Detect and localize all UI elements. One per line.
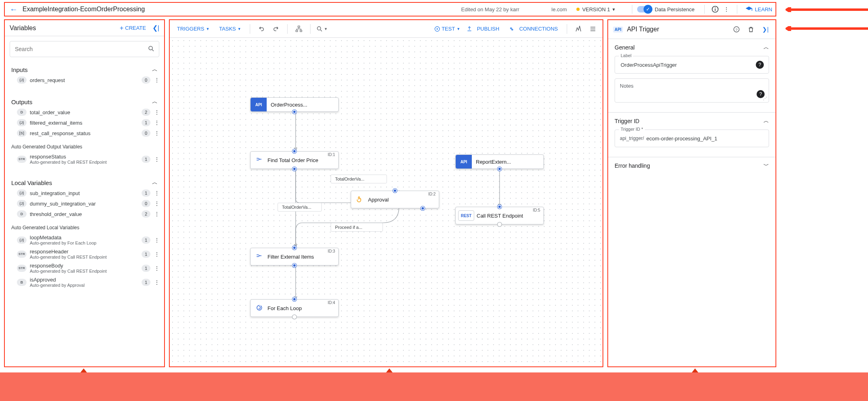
edge-label[interactable]: Proceed if a... <box>331 223 383 232</box>
variable-row[interactable]: STRresponseStatusAuto-generated by Call … <box>5 152 164 166</box>
port-icon[interactable] <box>498 205 502 209</box>
help-icon[interactable]: ? <box>756 61 764 69</box>
inputs-section-header[interactable]: Inputs︿ <box>5 62 164 75</box>
chevron-up-icon: ︿ <box>763 117 769 125</box>
hand-icon <box>355 195 364 204</box>
port-icon[interactable] <box>393 189 397 193</box>
more-icon[interactable]: ⋮ <box>721 4 732 15</box>
node-rest[interactable]: REST Call REST Endpoint ID:5 <box>455 207 544 224</box>
data-persistence-toggle[interactable]: ✓ Data Persistence <box>637 6 695 12</box>
undo-icon[interactable] <box>256 23 267 35</box>
locals-section-header[interactable]: Local Variables︿ <box>5 175 164 188</box>
rest-icon: REST <box>458 210 474 221</box>
kebab-icon[interactable]: ⋮ <box>154 237 160 243</box>
variable-row[interactable]: STRresponseBodyAuto-generated by Call RE… <box>5 261 164 275</box>
expand-panel-icon[interactable]: ❯| <box>760 24 771 35</box>
menu-icon[interactable] <box>587 23 599 35</box>
node-filter[interactable]: Filter External Items ID:3 <box>250 248 339 265</box>
annotation-band <box>0 372 868 401</box>
top-bar: ← ExampleIntegration-EcomOrderProcessing… <box>4 2 776 16</box>
layout-icon[interactable] <box>293 23 304 35</box>
integration-title: ExampleIntegration-EcomOrderProcessing <box>23 6 145 13</box>
port-icon[interactable] <box>292 246 296 250</box>
create-variable-button[interactable]: +CREATE <box>120 25 146 31</box>
node-order-process[interactable]: API OrderProcess... <box>250 97 339 112</box>
svg-point-7 <box>317 27 321 30</box>
variable-row[interactable]: (J)filtered_external_items1⋮ <box>5 117 164 128</box>
kebab-icon[interactable]: ⋮ <box>154 119 160 126</box>
port-icon[interactable] <box>292 110 296 114</box>
variable-row[interactable]: [S]rest_call_response_status0⋮ <box>5 128 164 138</box>
port-icon[interactable] <box>292 149 296 153</box>
port-icon[interactable] <box>292 297 296 301</box>
svg-rect-4 <box>298 26 300 27</box>
variable-row[interactable]: (J)loopMetadataAuto-generated by For Eac… <box>5 233 164 247</box>
annotation-marker-icon <box>80 368 87 372</box>
zoom-icon[interactable]: ▼ <box>316 23 327 35</box>
port-icon[interactable] <box>292 315 296 319</box>
redo-icon[interactable] <box>270 23 282 35</box>
variable-row[interactable]: (J) orders_request 0 ⋮ <box>5 75 164 85</box>
logs-icon[interactable] <box>573 23 584 35</box>
collapse-panel-icon[interactable]: ❮| <box>152 24 159 32</box>
kebab-icon[interactable]: ⋮ <box>154 265 160 271</box>
trigger-id-field[interactable]: Trigger ID * api_trigger/ <box>615 130 769 147</box>
delete-icon[interactable] <box>746 24 756 35</box>
search-input[interactable] <box>10 41 159 57</box>
kebab-icon[interactable]: ⋮ <box>154 251 160 257</box>
label-field[interactable]: Label ? <box>615 56 769 74</box>
info-icon[interactable] <box>710 4 721 15</box>
triggers-menu[interactable]: TRIGGERS▼ <box>174 26 213 32</box>
variable-row[interactable]: Dthreshold_order_value2⋮ <box>5 209 164 219</box>
learn-button[interactable]: LEARN <box>745 6 772 13</box>
node-foreach[interactable]: For Each Loop ID:4 <box>250 299 339 317</box>
error-handling-section-header[interactable]: Error handling﹀ <box>615 162 769 169</box>
port-icon[interactable] <box>292 167 296 171</box>
port-icon[interactable] <box>498 167 502 171</box>
kebab-icon[interactable]: ⋮ <box>154 156 160 162</box>
general-section-header[interactable]: General︿ <box>615 44 769 51</box>
kebab-icon[interactable]: ⋮ <box>154 200 160 207</box>
back-icon[interactable]: ← <box>10 5 18 14</box>
kebab-icon[interactable]: ⋮ <box>154 77 160 83</box>
node-report-extern[interactable]: API ReportExtern... <box>455 154 544 169</box>
trigger-id-section-header[interactable]: Trigger ID︿ <box>615 117 769 125</box>
notes-field[interactable]: Notes ? ⋰ <box>615 78 769 103</box>
type-icon: (J) <box>17 76 27 84</box>
kebab-icon[interactable]: ⋮ <box>154 109 160 115</box>
variable-row[interactable]: (J)sub_integration_input1⋮ <box>5 188 164 198</box>
chevron-up-icon: ︿ <box>152 179 158 186</box>
version-selector[interactable]: VERSION 1▼ <box>576 6 615 12</box>
auto-local-label: Auto Generated Local Variables <box>5 219 164 233</box>
kebab-icon[interactable]: ⋮ <box>154 211 160 217</box>
connections-button[interactable]: CONNECTIONS <box>506 26 561 32</box>
chevron-up-icon: ︿ <box>152 98 158 105</box>
help-icon[interactable]: ? <box>731 24 742 35</box>
variable-row[interactable]: Dtotal_order_value2⋮ <box>5 107 164 117</box>
flow-canvas[interactable]: API OrderProcess... Find Total Order Pri… <box>170 38 603 366</box>
canvas-panel: TRIGGERS▼ TASKS▼ ▼ TEST▼ PUBLISH CONNECT… <box>169 19 603 367</box>
api-badge-icon: API <box>613 27 623 33</box>
auto-output-label: Auto Generated Output Variables <box>5 138 164 152</box>
test-button[interactable]: TEST▼ <box>434 26 460 32</box>
variable-row[interactable]: STRresponseHeaderAuto-generated by Call … <box>5 247 164 261</box>
node-approval[interactable]: Approval ID:2 <box>351 191 439 208</box>
port-icon[interactable] <box>421 206 425 210</box>
tasks-menu[interactable]: TASKS▼ <box>216 26 245 32</box>
properties-title: API Trigger <box>627 26 727 33</box>
variable-row[interactable]: (J)dummy_sub_integration_var0⋮ <box>5 198 164 209</box>
port-icon[interactable] <box>498 222 502 226</box>
outputs-section-header[interactable]: Outputs︿ <box>5 94 164 107</box>
node-find-total[interactable]: Find Total Order Price ID:1 <box>250 151 339 169</box>
kebab-icon[interactable]: ⋮ <box>154 279 160 286</box>
svg-rect-2 <box>715 7 716 8</box>
resize-icon[interactable]: ⋰ <box>763 96 767 101</box>
edge-label[interactable]: TotalOrderVa... <box>278 203 322 212</box>
kebab-icon[interactable]: ⋮ <box>154 130 160 136</box>
api-icon: API <box>251 98 267 111</box>
edge-label[interactable]: TotalOrderVa... <box>331 175 387 183</box>
variable-row[interactable]: BisApprovedAuto-generated by Approval1⋮ <box>5 275 164 289</box>
port-icon[interactable] <box>292 263 296 267</box>
publish-button[interactable]: PUBLISH <box>463 26 502 32</box>
kebab-icon[interactable]: ⋮ <box>154 190 160 196</box>
